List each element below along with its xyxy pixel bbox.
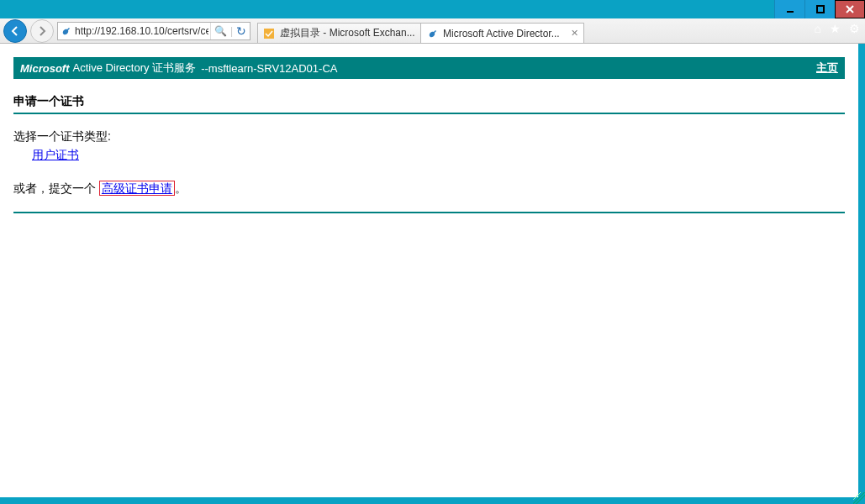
tab-label: 虚拟目录 - Microsoft Exchan... [280,26,415,40]
advanced-request-line: 或者，提交一个 高级证书申请。 [13,181,845,197]
svg-rect-1 [817,6,824,13]
tab-ad-certsrv[interactable]: Microsoft Active Director... ✕ [420,23,584,43]
or-submit-prefix: 或者，提交一个 [13,181,99,195]
nav-back-button[interactable] [3,19,27,43]
banner-separator: -- [201,62,208,75]
window-titlebar [0,0,865,18]
home-icon[interactable]: ⌂ [815,22,821,35]
tab-label: Microsoft Active Director... [443,28,566,39]
tools-gear-icon[interactable]: ⚙ [849,22,860,35]
tab-favicon-icon [263,28,275,39]
address-input[interactable] [73,23,210,39]
trailing-period: 。 [175,181,187,195]
separator: | [230,25,233,37]
window-maximize-button[interactable] [804,0,835,18]
tab-close-icon[interactable]: ✕ [571,28,578,39]
command-bar: ⌂ ★ ⚙ [815,22,860,35]
browser-toolbar: 🔍 | ↻ 虚拟目录 - Microsoft Exchan... Microso… [0,18,865,44]
page-heading: 申请一个证书 [13,89,845,114]
section-divider [13,212,845,213]
address-bar[interactable]: 🔍 | ↻ [57,22,251,40]
select-type-label: 选择一个证书类型: [13,129,845,144]
refresh-icon[interactable]: ↻ [236,24,246,38]
tab-favicon-icon [426,28,438,39]
banner-brand: Microsoft [20,62,70,75]
nav-forward-button[interactable] [30,19,54,43]
search-icon[interactable]: 🔍 [214,25,227,37]
tab-exchange[interactable]: 虚拟目录 - Microsoft Exchan... [257,23,421,43]
window-resize-grip[interactable] [853,492,865,504]
advanced-certificate-request-link[interactable]: 高级证书申请 [99,181,175,196]
certsrv-banner: Microsoft Active Directory 证书服务 -- msftl… [13,57,845,79]
viewport: Microsoft Active Directory 证书服务 -- msftl… [0,44,865,504]
favorites-icon[interactable]: ★ [830,22,841,35]
window-minimize-button[interactable] [774,0,804,18]
tab-strip: 虚拟目录 - Microsoft Exchan... Microsoft Act… [257,18,584,43]
site-favicon-icon [58,26,73,36]
window-close-button[interactable] [835,0,865,18]
svg-rect-0 [787,11,794,13]
page: Microsoft Active Directory 证书服务 -- msftl… [0,44,858,497]
user-certificate-link[interactable]: 用户证书 [32,148,79,161]
banner-ca-name: msftlearn-SRV12AD01-CA [208,62,338,75]
banner-home-link[interactable]: 主页 [816,60,838,76]
banner-service-label: Active Directory 证书服务 [73,60,197,76]
svg-rect-4 [264,29,274,39]
